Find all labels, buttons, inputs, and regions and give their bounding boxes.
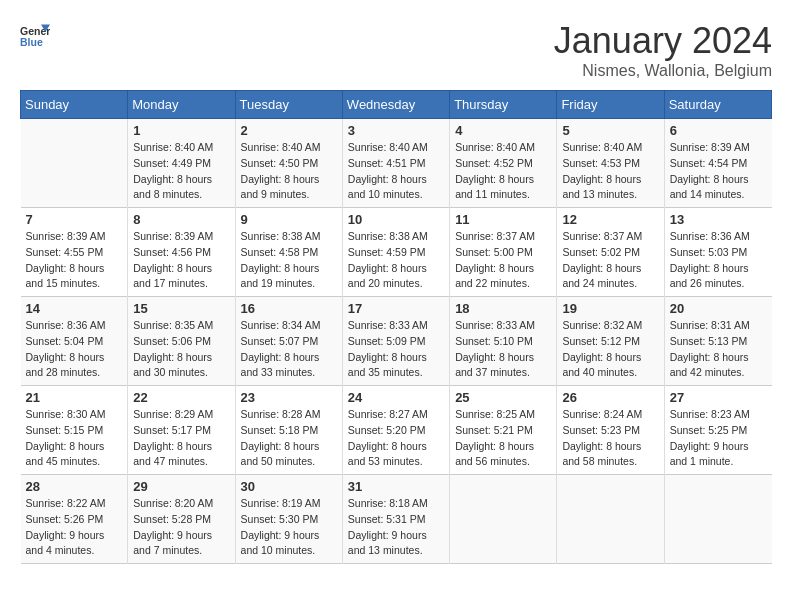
- weekday-header-tuesday: Tuesday: [235, 91, 342, 119]
- calendar-cell: 30Sunrise: 8:19 AMSunset: 5:30 PMDayligh…: [235, 475, 342, 564]
- day-number: 7: [26, 212, 123, 227]
- calendar-cell: 24Sunrise: 8:27 AMSunset: 5:20 PMDayligh…: [342, 386, 449, 475]
- logo: General Blue: [20, 20, 50, 50]
- day-info: Sunrise: 8:35 AMSunset: 5:06 PMDaylight:…: [133, 318, 229, 381]
- day-number: 31: [348, 479, 444, 494]
- weekday-header-sunday: Sunday: [21, 91, 128, 119]
- day-info: Sunrise: 8:39 AMSunset: 4:55 PMDaylight:…: [26, 229, 123, 292]
- calendar-cell: 2Sunrise: 8:40 AMSunset: 4:50 PMDaylight…: [235, 119, 342, 208]
- day-number: 24: [348, 390, 444, 405]
- day-number: 26: [562, 390, 658, 405]
- day-number: 22: [133, 390, 229, 405]
- day-number: 23: [241, 390, 337, 405]
- calendar-cell: 5Sunrise: 8:40 AMSunset: 4:53 PMDaylight…: [557, 119, 664, 208]
- title-block: January 2024 Nismes, Wallonia, Belgium: [554, 20, 772, 80]
- day-info: Sunrise: 8:40 AMSunset: 4:51 PMDaylight:…: [348, 140, 444, 203]
- weekday-header-friday: Friday: [557, 91, 664, 119]
- calendar-cell: 31Sunrise: 8:18 AMSunset: 5:31 PMDayligh…: [342, 475, 449, 564]
- calendar-cell: 27Sunrise: 8:23 AMSunset: 5:25 PMDayligh…: [664, 386, 771, 475]
- day-info: Sunrise: 8:33 AMSunset: 5:10 PMDaylight:…: [455, 318, 551, 381]
- day-number: 11: [455, 212, 551, 227]
- location-subtitle: Nismes, Wallonia, Belgium: [554, 62, 772, 80]
- calendar-cell: 16Sunrise: 8:34 AMSunset: 5:07 PMDayligh…: [235, 297, 342, 386]
- day-info: Sunrise: 8:24 AMSunset: 5:23 PMDaylight:…: [562, 407, 658, 470]
- calendar-week-row: 21Sunrise: 8:30 AMSunset: 5:15 PMDayligh…: [21, 386, 772, 475]
- day-info: Sunrise: 8:19 AMSunset: 5:30 PMDaylight:…: [241, 496, 337, 559]
- calendar-week-row: 14Sunrise: 8:36 AMSunset: 5:04 PMDayligh…: [21, 297, 772, 386]
- calendar-cell: 29Sunrise: 8:20 AMSunset: 5:28 PMDayligh…: [128, 475, 235, 564]
- day-number: 15: [133, 301, 229, 316]
- calendar-cell: 6Sunrise: 8:39 AMSunset: 4:54 PMDaylight…: [664, 119, 771, 208]
- day-number: 4: [455, 123, 551, 138]
- day-info: Sunrise: 8:37 AMSunset: 5:00 PMDaylight:…: [455, 229, 551, 292]
- day-info: Sunrise: 8:38 AMSunset: 4:59 PMDaylight:…: [348, 229, 444, 292]
- day-info: Sunrise: 8:39 AMSunset: 4:56 PMDaylight:…: [133, 229, 229, 292]
- day-info: Sunrise: 8:40 AMSunset: 4:53 PMDaylight:…: [562, 140, 658, 203]
- day-number: 12: [562, 212, 658, 227]
- calendar-cell: 17Sunrise: 8:33 AMSunset: 5:09 PMDayligh…: [342, 297, 449, 386]
- day-info: Sunrise: 8:33 AMSunset: 5:09 PMDaylight:…: [348, 318, 444, 381]
- calendar-cell: 1Sunrise: 8:40 AMSunset: 4:49 PMDaylight…: [128, 119, 235, 208]
- calendar-cell: [664, 475, 771, 564]
- svg-text:Blue: Blue: [20, 36, 43, 48]
- day-info: Sunrise: 8:28 AMSunset: 5:18 PMDaylight:…: [241, 407, 337, 470]
- calendar-cell: 10Sunrise: 8:38 AMSunset: 4:59 PMDayligh…: [342, 208, 449, 297]
- calendar-cell: 8Sunrise: 8:39 AMSunset: 4:56 PMDaylight…: [128, 208, 235, 297]
- day-number: 17: [348, 301, 444, 316]
- day-number: 14: [26, 301, 123, 316]
- day-info: Sunrise: 8:32 AMSunset: 5:12 PMDaylight:…: [562, 318, 658, 381]
- calendar-cell: 28Sunrise: 8:22 AMSunset: 5:26 PMDayligh…: [21, 475, 128, 564]
- month-title: January 2024: [554, 20, 772, 62]
- calendar-cell: 4Sunrise: 8:40 AMSunset: 4:52 PMDaylight…: [450, 119, 557, 208]
- day-info: Sunrise: 8:40 AMSunset: 4:50 PMDaylight:…: [241, 140, 337, 203]
- calendar-cell: [21, 119, 128, 208]
- logo-icon: General Blue: [20, 20, 50, 50]
- calendar-cell: 14Sunrise: 8:36 AMSunset: 5:04 PMDayligh…: [21, 297, 128, 386]
- calendar-cell: [557, 475, 664, 564]
- calendar-cell: 3Sunrise: 8:40 AMSunset: 4:51 PMDaylight…: [342, 119, 449, 208]
- day-number: 9: [241, 212, 337, 227]
- day-info: Sunrise: 8:36 AMSunset: 5:03 PMDaylight:…: [670, 229, 767, 292]
- day-number: 25: [455, 390, 551, 405]
- day-number: 29: [133, 479, 229, 494]
- day-number: 27: [670, 390, 767, 405]
- day-number: 10: [348, 212, 444, 227]
- weekday-header-row: SundayMondayTuesdayWednesdayThursdayFrid…: [21, 91, 772, 119]
- day-number: 20: [670, 301, 767, 316]
- day-info: Sunrise: 8:39 AMSunset: 4:54 PMDaylight:…: [670, 140, 767, 203]
- day-info: Sunrise: 8:38 AMSunset: 4:58 PMDaylight:…: [241, 229, 337, 292]
- calendar-week-row: 28Sunrise: 8:22 AMSunset: 5:26 PMDayligh…: [21, 475, 772, 564]
- day-number: 5: [562, 123, 658, 138]
- day-number: 28: [26, 479, 123, 494]
- day-info: Sunrise: 8:29 AMSunset: 5:17 PMDaylight:…: [133, 407, 229, 470]
- calendar-cell: 9Sunrise: 8:38 AMSunset: 4:58 PMDaylight…: [235, 208, 342, 297]
- calendar-cell: 7Sunrise: 8:39 AMSunset: 4:55 PMDaylight…: [21, 208, 128, 297]
- calendar-cell: 19Sunrise: 8:32 AMSunset: 5:12 PMDayligh…: [557, 297, 664, 386]
- day-number: 18: [455, 301, 551, 316]
- day-number: 30: [241, 479, 337, 494]
- day-number: 1: [133, 123, 229, 138]
- weekday-header-monday: Monday: [128, 91, 235, 119]
- calendar-cell: 18Sunrise: 8:33 AMSunset: 5:10 PMDayligh…: [450, 297, 557, 386]
- day-number: 16: [241, 301, 337, 316]
- calendar-cell: 15Sunrise: 8:35 AMSunset: 5:06 PMDayligh…: [128, 297, 235, 386]
- calendar-week-row: 7Sunrise: 8:39 AMSunset: 4:55 PMDaylight…: [21, 208, 772, 297]
- day-number: 3: [348, 123, 444, 138]
- weekday-header-wednesday: Wednesday: [342, 91, 449, 119]
- day-number: 19: [562, 301, 658, 316]
- day-info: Sunrise: 8:25 AMSunset: 5:21 PMDaylight:…: [455, 407, 551, 470]
- day-number: 6: [670, 123, 767, 138]
- calendar-cell: 20Sunrise: 8:31 AMSunset: 5:13 PMDayligh…: [664, 297, 771, 386]
- calendar-cell: 26Sunrise: 8:24 AMSunset: 5:23 PMDayligh…: [557, 386, 664, 475]
- calendar-cell: [450, 475, 557, 564]
- calendar-cell: 11Sunrise: 8:37 AMSunset: 5:00 PMDayligh…: [450, 208, 557, 297]
- calendar-cell: 22Sunrise: 8:29 AMSunset: 5:17 PMDayligh…: [128, 386, 235, 475]
- day-info: Sunrise: 8:40 AMSunset: 4:49 PMDaylight:…: [133, 140, 229, 203]
- day-number: 2: [241, 123, 337, 138]
- day-info: Sunrise: 8:22 AMSunset: 5:26 PMDaylight:…: [26, 496, 123, 559]
- weekday-header-thursday: Thursday: [450, 91, 557, 119]
- day-info: Sunrise: 8:18 AMSunset: 5:31 PMDaylight:…: [348, 496, 444, 559]
- day-info: Sunrise: 8:40 AMSunset: 4:52 PMDaylight:…: [455, 140, 551, 203]
- day-info: Sunrise: 8:37 AMSunset: 5:02 PMDaylight:…: [562, 229, 658, 292]
- calendar-cell: 23Sunrise: 8:28 AMSunset: 5:18 PMDayligh…: [235, 386, 342, 475]
